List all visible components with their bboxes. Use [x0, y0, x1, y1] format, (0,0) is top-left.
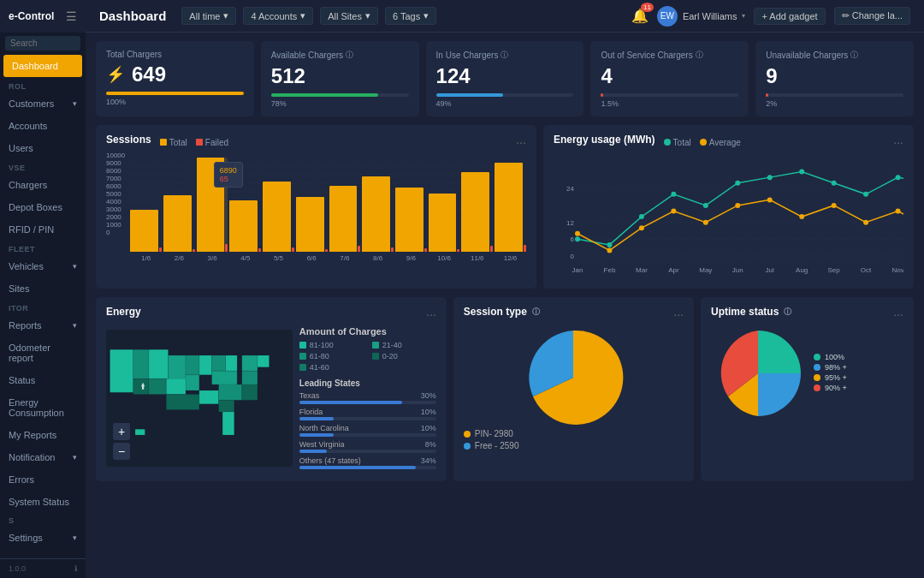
state-ks-ok [186, 375, 199, 390]
state-bar [299, 466, 416, 469]
sidebar-item-energy-consumption[interactable]: Energy Consumption [0, 391, 86, 424]
svg-point-46 [703, 220, 708, 225]
state-hawaii [135, 429, 145, 435]
sidebar-item-dashboard[interactable]: dashboard [3, 55, 82, 77]
user-avatar: EW [657, 6, 678, 27]
sidebar-item-sites[interactable]: Sites [0, 277, 86, 300]
zoom-out-button[interactable]: − [113, 443, 130, 460]
chart-more-icon[interactable]: ··· [893, 307, 903, 321]
sidebar-item-label: Vehicles [9, 261, 44, 271]
failed-legend-dot [196, 139, 203, 146]
add-gadget-button[interactable]: + Add gadget [754, 8, 825, 25]
uptime-status-card: Uptime status ⓘ ··· [701, 297, 914, 481]
svg-point-33 [671, 192, 676, 197]
sidebar-item-my-reports[interactable]: My Reports [0, 424, 86, 446]
state-nm [149, 378, 166, 394]
sidebar-item-users[interactable]: Users [0, 137, 86, 159]
chevron-down-icon: ▾ [73, 453, 77, 462]
sidebar-section-rol: ROL [0, 78, 86, 92]
energy-chart-card: Energy usage (MWh) Total Average ··· [543, 125, 914, 289]
bar-group [130, 158, 162, 252]
sidebar-item-label: Energy Consumption [9, 397, 77, 418]
bar-label: 9/6 [395, 254, 427, 262]
sidebar-item-reports[interactable]: Reports ▾ [0, 314, 86, 337]
chart-more-icon[interactable]: ··· [673, 307, 684, 321]
bar-label: 4/5 [229, 254, 261, 262]
version-label: 1.0.0 [9, 564, 26, 573]
sidebar-item-status[interactable]: Status [0, 369, 86, 391]
bar-groups-container: 689065 [130, 158, 526, 252]
svg-text:Apr: Apr [668, 266, 679, 274]
bar-label: 11/6 [461, 254, 493, 262]
zoom-in-button[interactable]: + [113, 423, 130, 440]
bar-fail [225, 244, 228, 252]
bar-label: 3/6 [197, 254, 228, 262]
svg-text:24: 24 [566, 185, 574, 193]
state-pct: 34% [421, 456, 436, 466]
sidebar-item-label: My Reports [9, 430, 56, 440]
svg-text:Nov: Nov [891, 266, 903, 274]
filter-accounts-button[interactable]: 4 Accounts ▾ [243, 7, 313, 25]
state-bar [299, 433, 334, 437]
legend-41-60: 41-60 [299, 363, 364, 372]
sidebar-item-settings[interactable]: Settings ▾ [0, 527, 86, 549]
kpi-value-text: 512 [271, 64, 305, 88]
user-menu[interactable]: EW Earl Williams ▾ [657, 6, 746, 27]
kpi-bar [271, 93, 378, 97]
kpi-in-use-chargers: In Use Chargers ⓘ 124 49% [426, 41, 584, 116]
state-bar [299, 450, 327, 453]
chart-more-icon[interactable]: ··· [893, 135, 903, 149]
sidebar-item-label: Reports [9, 320, 42, 331]
sidebar-item-errors[interactable]: Errors [0, 468, 86, 491]
bar-label: 12/6 [495, 254, 526, 262]
filter-tags-button[interactable]: 6 Tags ▾ [385, 7, 436, 25]
svg-point-42 [575, 231, 580, 236]
session-type-pie [464, 326, 684, 429]
kpi-label-text: Available Chargers [271, 51, 343, 60]
svg-point-51 [863, 220, 868, 225]
sidebar-item-odometer[interactable]: Odometer report [0, 337, 86, 369]
sidebar-section-vse: VSE [0, 159, 86, 174]
legend-61-80: 61-80 [299, 352, 364, 361]
state-ga-fl-top [219, 400, 234, 412]
sidebar-item-system-status[interactable]: System Status [0, 491, 86, 513]
bar-labels: 1/62/63/64/55/56/67/68/69/610/611/612/6 [130, 254, 526, 262]
98pct-dot [814, 364, 820, 371]
user-name: Earl Williams [683, 11, 737, 21]
state-bar-wrap [299, 401, 436, 404]
sidebar-item-rfid[interactable]: RFID / PIN [0, 218, 86, 241]
change-layout-button[interactable]: ✏ Change la... [834, 7, 910, 25]
chart-more-icon[interactable]: ··· [426, 307, 436, 321]
kpi-unavailable: Unavailable Chargers ⓘ 9 2% [755, 41, 914, 116]
sidebar-item-accounts[interactable]: Accounts [0, 115, 86, 137]
search-input[interactable] [5, 36, 80, 51]
filter-time-button[interactable]: All time ▾ [181, 7, 236, 25]
bar-fail [524, 245, 526, 252]
hamburger-icon[interactable]: ☰ [66, 9, 77, 23]
bar-total [495, 163, 523, 253]
sidebar-item-customers[interactable]: Customers ▾ [0, 92, 86, 115]
kpi-value-text: 649 [132, 63, 166, 86]
sidebar-section-itor: ITOR [0, 300, 86, 314]
state-tx-large [166, 394, 199, 409]
legend-item-total: Total [160, 138, 187, 147]
sidebar-section-settings: S [0, 513, 86, 527]
chevron-down-icon: ▾ [365, 10, 370, 21]
sidebar-item-chargers[interactable]: Chargers [0, 174, 86, 196]
info-icon: ⓘ [346, 50, 353, 61]
kpi-percent: 1.5% [601, 99, 738, 108]
filter-sites-button[interactable]: All Sites ▾ [320, 7, 378, 25]
session-pie-svg [522, 326, 625, 429]
notification-button[interactable]: 🔔 11 [631, 8, 649, 24]
usa-map-wrap: + − [106, 330, 293, 467]
kpi-bar [436, 93, 504, 97]
bar-total [263, 182, 291, 253]
sidebar-item-notification[interactable]: Notification ▾ [0, 446, 86, 468]
sidebar-item-vehicles[interactable]: Vehicles ▾ [0, 255, 86, 277]
sidebar-item-label: Errors [9, 474, 34, 485]
kpi-label-text: Total Chargers [106, 50, 162, 59]
sidebar-item-depot-boxes[interactable]: Depot Boxes [0, 196, 86, 218]
help-icon[interactable]: ℹ [74, 564, 77, 573]
chart-more-icon[interactable]: ··· [516, 135, 526, 149]
svg-point-50 [832, 203, 837, 208]
